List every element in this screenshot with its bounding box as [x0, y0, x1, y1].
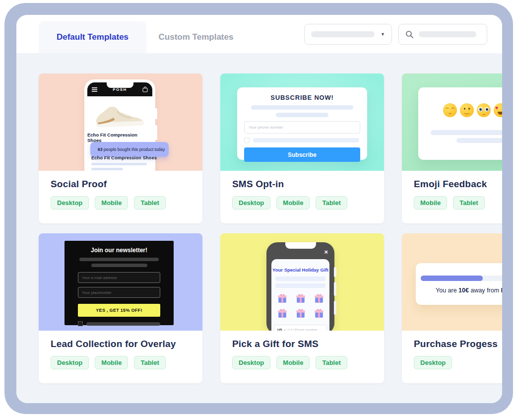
slightly-smiling-face-icon — [460, 103, 474, 117]
card-title: Pick a Gift for SMS — [232, 339, 379, 350]
phone-notch — [107, 82, 133, 88]
tag-desktop: Desktop — [232, 356, 270, 369]
tag-mobile: Mobile — [414, 196, 447, 210]
close-icon: × — [324, 249, 328, 255]
tag-tablet: Tablet — [316, 196, 347, 210]
chevron-down-icon: ∨ — [284, 328, 286, 331]
card-title: Emoji Feedback — [414, 179, 502, 190]
header: Default Templates Custom Templates ▼ — [16, 15, 502, 53]
progress-fill — [421, 276, 483, 281]
tab-custom-templates[interactable]: Custom Templates — [146, 21, 246, 53]
search-input[interactable] — [398, 24, 487, 45]
emoji-row: ♥♥ — [443, 103, 502, 117]
phone-number-field: US ∨ (+1) Phone number — [274, 325, 327, 331]
feedback-modal: ♥♥ — [418, 87, 502, 160]
progress-track — [421, 276, 502, 281]
text-placeholder-bar — [91, 264, 147, 267]
tab-default-templates[interactable]: Default Templates — [39, 21, 146, 53]
checkbox — [244, 138, 250, 143]
lead-collection-preview: Join our newsletter! Your e-mail address… — [39, 233, 202, 331]
pick-a-gift-preview: × Your Special Holiday Gift — [220, 233, 384, 331]
tag-desktop: Desktop — [414, 356, 452, 369]
hamburger-menu-icon — [92, 87, 97, 92]
card-title: Purchase Progess — [414, 339, 502, 350]
consent-row — [244, 138, 360, 143]
text-placeholder-bar — [79, 258, 159, 261]
gift-icon — [295, 308, 306, 319]
phone-side-button — [334, 267, 336, 277]
tag-mobile: Mobile — [276, 356, 310, 369]
country-code: US — [277, 328, 282, 331]
relieved-face-icon — [443, 103, 457, 117]
phone-side-button — [155, 108, 157, 119]
tag-desktop: Desktop — [51, 196, 89, 210]
template-card-sms-opt-in[interactable]: SUBSCRIBE NOW! Your phone number Subscri… — [220, 73, 384, 223]
text-placeholder-bar — [431, 130, 502, 135]
device-tags: Desktop Mobile Tablet — [232, 356, 379, 369]
filter-dropdown[interactable]: ▼ — [304, 24, 392, 45]
phone-side-button — [155, 125, 157, 140]
subscribe-modal: SUBSCRIBE NOW! Your phone number Subscri… — [237, 87, 367, 160]
text-placeholder-bar — [91, 163, 147, 165]
gift-grid — [277, 293, 324, 319]
sms-opt-in-preview: SUBSCRIBE NOW! Your phone number Subscri… — [220, 73, 384, 171]
gift-icon — [277, 293, 288, 304]
offer-button: YES , GET 15% OFF! — [78, 304, 160, 317]
text-placeholder-bar — [276, 113, 328, 117]
product-name: Echo Fit Compression Shoes — [87, 132, 152, 143]
social-proof-preview: POSH — [39, 73, 202, 171]
emoji-feedback-preview: ♥♥ — [402, 73, 502, 171]
device-tags: Desktop Mobile Tablet — [51, 196, 197, 210]
card-title: SMS Opt-in — [232, 179, 379, 190]
tag-mobile: Mobile — [276, 196, 310, 210]
second-placeholder: Your placeholder — [82, 290, 112, 295]
text-placeholder-bar — [275, 277, 325, 281]
tag-tablet: Tablet — [316, 356, 347, 369]
tag-tablet: Tablet — [134, 356, 165, 369]
device-tags: Desktop Mobile Tablet — [51, 356, 197, 369]
phone-number-placeholder: Your phone number — [249, 125, 283, 130]
phone-number-field: Your phone number — [244, 121, 360, 134]
template-card-lead-collection[interactable]: Join our newsletter! Your e-mail address… — [39, 233, 202, 383]
text-placeholder-bar — [275, 283, 325, 288]
phone-mockup: × Your Special Holiday Gift — [266, 242, 334, 331]
tag-desktop: Desktop — [51, 356, 89, 369]
badge-text: 63 people bought this product today — [98, 147, 165, 152]
tab-default-templates-label: Default Templates — [57, 32, 129, 42]
card-title: Social Proof — [51, 179, 197, 190]
phone-screen: Your Special Holiday Gift US — [271, 259, 329, 331]
gift-icon — [295, 293, 306, 304]
tag-mobile: Mobile — [95, 196, 128, 210]
progress-banner: You are 10€ away from FRE — [416, 263, 502, 305]
gift-icon — [314, 308, 324, 319]
second-field: Your placeholder — [78, 287, 160, 298]
device-tags: Desktop — [414, 356, 502, 369]
template-card-emoji-feedback[interactable]: ♥♥ Emoji Feedback Mobile Tablet — [402, 73, 502, 223]
consent-row — [78, 321, 160, 326]
tab-custom-templates-label: Custom Templates — [159, 32, 234, 42]
gift-icon — [314, 293, 324, 304]
template-card-purchase-progress[interactable]: You are 10€ away from FRE Purchase Proge… — [402, 233, 502, 383]
gift-heading: Your Special Holiday Gift — [271, 259, 329, 273]
modal-heading: SUBSCRIBE NOW! — [237, 87, 367, 101]
checkbox — [78, 321, 83, 326]
modal-heading: Join our newsletter! — [64, 241, 174, 254]
newsletter-modal: Join our newsletter! Your e-mail address… — [64, 241, 174, 325]
phone-side-button — [334, 282, 336, 296]
dropdown-placeholder-bar — [311, 31, 375, 37]
shopping-bag-icon — [142, 86, 148, 92]
text-placeholder-bar — [86, 322, 160, 326]
tag-tablet: Tablet — [453, 196, 484, 210]
text-placeholder-bar — [253, 138, 359, 142]
app-window: Default Templates Custom Templates ▼ — [16, 15, 502, 403]
phone-number-placeholder: (+1) Phone number — [287, 328, 318, 331]
subscribe-button: Subscribe — [244, 147, 360, 162]
device-tags: Desktop Mobile Tablet — [232, 196, 379, 210]
email-placeholder: Your e-mail address — [82, 276, 117, 280]
template-grid: POSH — [16, 53, 502, 403]
purchase-progress-preview: You are 10€ away from FRE — [402, 233, 502, 331]
search-placeholder-bar — [419, 31, 476, 37]
template-card-social-proof[interactable]: POSH — [39, 73, 202, 223]
template-card-pick-a-gift[interactable]: × Your Special Holiday Gift — [220, 233, 384, 383]
email-field: Your e-mail address — [78, 272, 160, 283]
